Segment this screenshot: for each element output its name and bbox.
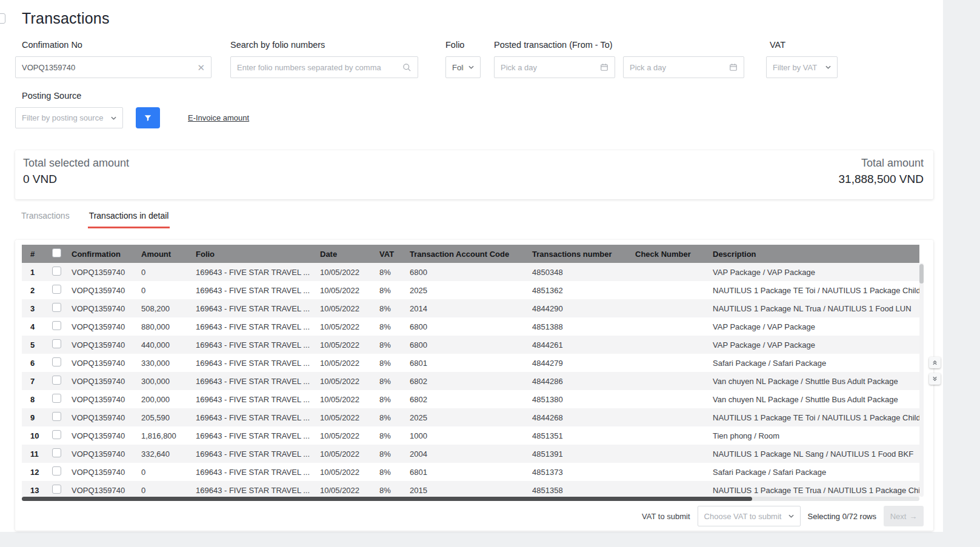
cell-check-number <box>630 354 708 372</box>
confirmation-filter: Confimation No ✕ <box>15 40 212 78</box>
tab-transactions[interactable]: Transactions <box>20 210 71 228</box>
cell-description: NAUTILUS 1 Package TE Toi / NAUTILUS 1 P… <box>708 408 919 426</box>
cell-date: 10/05/2022 <box>315 426 375 445</box>
cell-vat: 8% <box>375 299 405 317</box>
confirmation-input[interactable] <box>22 63 192 72</box>
posted-to-datepicker[interactable]: Pick a day <box>623 56 744 78</box>
table-row[interactable]: 3 VOPQ1359740 508,200 169643 - FIVE STAR… <box>22 299 919 317</box>
row-checkbox[interactable] <box>52 267 61 276</box>
cell-transactions-number: 4851373 <box>527 463 630 481</box>
table-row[interactable]: 5 VOPQ1359740 440,000 169643 - FIVE STAR… <box>22 336 919 354</box>
clear-icon[interactable]: ✕ <box>197 63 205 72</box>
cell-date: 10/05/2022 <box>315 390 375 408</box>
confirmation-label: Confimation No <box>22 40 212 50</box>
cell-description: Safari Package / Safari Package <box>708 354 919 372</box>
posted-from-datepicker[interactable]: Pick a day <box>494 56 615 78</box>
row-checkbox[interactable] <box>52 448 61 457</box>
cell-account-code: 2004 <box>405 445 527 463</box>
row-checkbox[interactable] <box>52 303 61 312</box>
row-checkbox[interactable] <box>52 339 61 348</box>
cell-vat: 8% <box>375 354 405 372</box>
apply-filter-button[interactable] <box>136 107 160 128</box>
row-checkbox-cell <box>47 263 67 281</box>
cell-check-number <box>630 372 708 390</box>
table-row[interactable]: 12 VOPQ1359740 0 169643 - FIVE STAR TRAV… <box>22 463 919 481</box>
cell-folio: 169643 - FIVE STAR TRAVEL ... <box>191 281 315 299</box>
cell-vat: 8% <box>375 463 405 481</box>
cell-amount: 300,000 <box>136 372 191 390</box>
table-row[interactable]: 9 VOPQ1359740 205,590 169643 - FIVE STAR… <box>22 408 919 426</box>
cell-folio: 169643 - FIVE STAR TRAVEL ... <box>191 317 315 336</box>
table-row[interactable]: 6 VOPQ1359740 330,000 169643 - FIVE STAR… <box>22 354 919 372</box>
cell-amount: 508,200 <box>136 299 191 317</box>
chevron-down-icon <box>111 116 116 120</box>
table-row[interactable]: 2 VOPQ1359740 0 169643 - FIVE STAR TRAVE… <box>22 281 919 299</box>
vat-to-submit-placeholder: Choose VAT to submit <box>704 512 784 521</box>
select-all-checkbox[interactable] <box>52 248 61 257</box>
vat-to-submit-select[interactable]: Choose VAT to submit <box>698 506 801 526</box>
cell-confirmation: VOPQ1359740 <box>67 281 136 299</box>
row-checkbox[interactable] <box>52 430 61 439</box>
row-number: 3 <box>22 299 47 317</box>
posting-source-label: Posting Source <box>22 91 123 101</box>
cell-vat: 8% <box>375 336 405 354</box>
row-checkbox[interactable] <box>52 357 61 366</box>
header-account-code: Transaction Account Code <box>405 245 527 263</box>
scroll-to-bottom-button[interactable] <box>929 373 941 385</box>
cell-account-code: 6800 <box>405 336 527 354</box>
row-checkbox[interactable] <box>52 412 61 421</box>
table-row[interactable]: 8 VOPQ1359740 200,000 169643 - FIVE STAR… <box>22 390 919 408</box>
folio-select[interactable]: Folio <box>445 56 481 78</box>
partial-checkbox[interactable] <box>0 13 5 24</box>
double-chevron-up-icon <box>932 359 938 366</box>
cell-vat: 8% <box>375 390 405 408</box>
header-transactions-number: Transactions number <box>527 245 630 263</box>
folio-search-input[interactable] <box>237 63 398 72</box>
row-number: 8 <box>22 390 47 408</box>
next-button-label: Next <box>890 512 907 521</box>
next-button[interactable]: Next → <box>884 506 924 526</box>
vat-filter: VAT Filter by VAT <box>766 40 838 78</box>
einvoice-amount-link[interactable]: E-Invoice amount <box>188 113 249 122</box>
row-checkbox-cell <box>47 463 67 481</box>
search-icon <box>402 63 412 72</box>
transactions-table-card: # Confirmation Amount Folio Date VAT Tra… <box>15 240 933 531</box>
row-checkbox[interactable] <box>52 285 61 294</box>
vat-select[interactable]: Filter by VAT <box>766 56 838 78</box>
row-checkbox[interactable] <box>52 321 61 330</box>
funnel-icon <box>144 114 152 122</box>
cell-account-code: 6800 <box>405 317 527 336</box>
selected-amount-value: 0 VND <box>23 173 129 186</box>
cell-folio: 169643 - FIVE STAR TRAVEL ... <box>191 263 315 281</box>
table-row[interactable]: 10 VOPQ1359740 1,816,800 169643 - FIVE S… <box>22 426 919 445</box>
row-checkbox[interactable] <box>52 394 61 403</box>
row-checkbox-cell <box>47 317 67 336</box>
cell-account-code: 2014 <box>405 299 527 317</box>
horizontal-scrollbar-thumb[interactable] <box>22 497 752 501</box>
table-row[interactable]: 7 VOPQ1359740 300,000 169643 - FIVE STAR… <box>22 372 919 390</box>
scroll-to-top-button[interactable] <box>929 357 941 368</box>
cell-description: Safari Package / Safari Package <box>708 463 919 481</box>
row-checkbox[interactable] <box>52 376 61 385</box>
row-checkbox[interactable] <box>52 485 61 494</box>
tab-transactions-in-detail[interactable]: Transactions in detail <box>88 210 170 228</box>
cell-confirmation: VOPQ1359740 <box>67 463 136 481</box>
cell-transactions-number: 4850348 <box>527 263 630 281</box>
cell-check-number <box>630 317 708 336</box>
vertical-scrollbar-thumb[interactable] <box>919 264 924 283</box>
table-row[interactable]: 11 VOPQ1359740 332,640 169643 - FIVE STA… <box>22 445 919 463</box>
cell-confirmation: VOPQ1359740 <box>67 408 136 426</box>
posting-source-filter: Posting Source Filter by posting source <box>15 91 123 128</box>
table-row[interactable]: 4 VOPQ1359740 880,000 169643 - FIVE STAR… <box>22 317 919 336</box>
cell-transactions-number: 4851391 <box>527 445 630 463</box>
row-checkbox[interactable] <box>52 466 61 476</box>
row-checkbox-cell <box>47 299 67 317</box>
cell-date: 10/05/2022 <box>315 263 375 281</box>
summary-total: Total amount 31,888,500 VND <box>839 157 924 199</box>
posting-source-select[interactable]: Filter by posting source <box>15 107 123 128</box>
cell-account-code: 6801 <box>405 463 527 481</box>
cell-amount: 880,000 <box>136 317 191 336</box>
cell-account-code: 6802 <box>405 372 527 390</box>
cell-transactions-number: 4851362 <box>527 281 630 299</box>
table-row[interactable]: 1 VOPQ1359740 0 169643 - FIVE STAR TRAVE… <box>22 263 919 281</box>
